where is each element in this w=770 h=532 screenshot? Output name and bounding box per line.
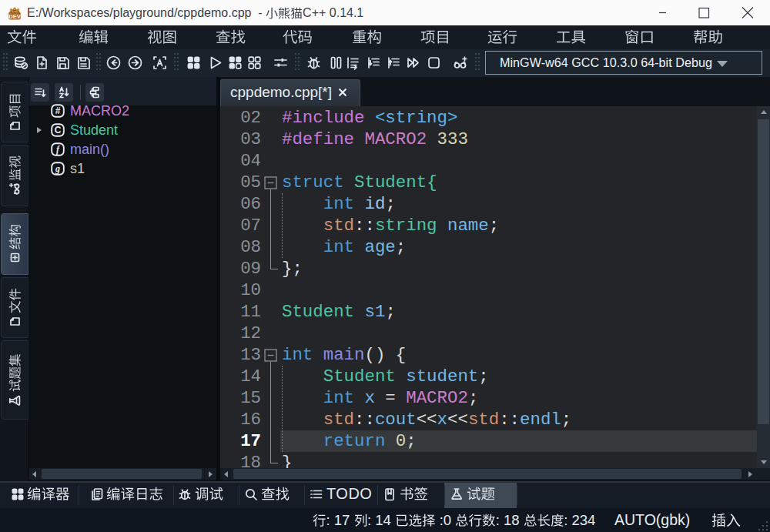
svg-text:DEV: DEV bbox=[8, 13, 20, 20]
svg-text:+ C +: + C + bbox=[10, 9, 19, 14]
svg-text:#: # bbox=[55, 105, 61, 116]
svg-text:C: C bbox=[55, 125, 62, 136]
svg-text:f: f bbox=[56, 144, 60, 155]
svg-text:g: g bbox=[55, 163, 60, 174]
